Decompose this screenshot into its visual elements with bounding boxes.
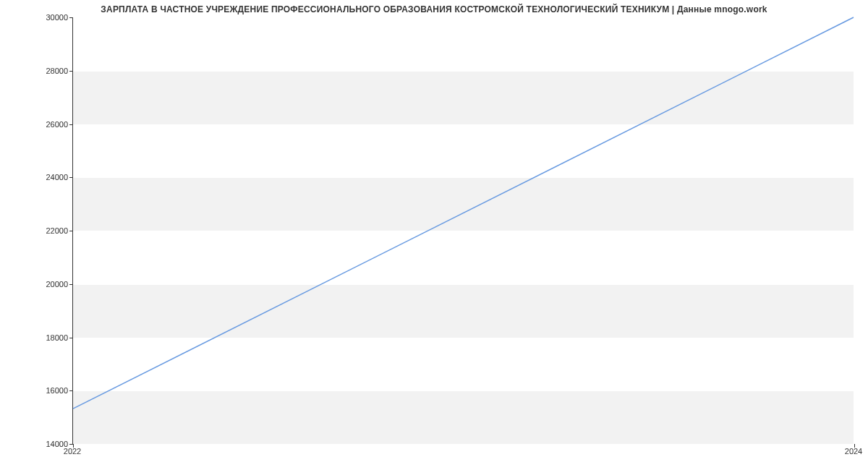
y-tick-label: 26000 xyxy=(10,120,68,129)
y-tick-label: 18000 xyxy=(10,333,68,342)
y-tick-label: 20000 xyxy=(10,280,68,289)
line-series xyxy=(73,17,854,443)
x-tick-label: 2022 xyxy=(64,447,81,456)
y-tick-label: 30000 xyxy=(10,13,68,22)
chart-title: ЗАРПЛАТА В ЧАСТНОЕ УЧРЕЖДЕНИЕ ПРОФЕССИОН… xyxy=(0,4,868,14)
y-tick-mark xyxy=(69,338,73,338)
x-tick-label: 2024 xyxy=(845,447,862,456)
gridline xyxy=(73,444,854,445)
series-line xyxy=(73,17,854,409)
y-tick-mark xyxy=(69,231,73,231)
y-tick-mark xyxy=(69,390,73,391)
plot-area xyxy=(72,17,854,444)
y-tick-mark xyxy=(69,284,73,285)
y-tick-mark xyxy=(69,17,73,18)
y-tick-label: 14000 xyxy=(10,440,68,448)
y-tick-label: 28000 xyxy=(10,67,68,75)
y-tick-mark xyxy=(69,177,73,178)
chart-container: ЗАРПЛАТА В ЧАСТНОЕ УЧРЕЖДЕНИЕ ПРОФЕССИОН… xyxy=(0,0,868,470)
y-tick-label: 16000 xyxy=(10,386,68,395)
y-tick-mark xyxy=(69,124,73,125)
y-tick-label: 22000 xyxy=(10,226,68,235)
y-tick-label: 24000 xyxy=(10,173,68,181)
y-tick-mark xyxy=(69,71,73,72)
